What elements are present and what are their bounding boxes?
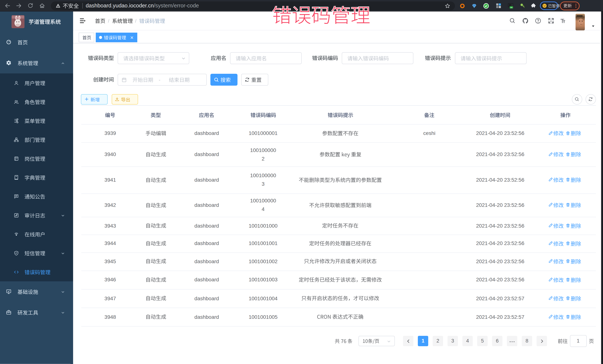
svg-text:on: on xyxy=(510,7,512,9)
